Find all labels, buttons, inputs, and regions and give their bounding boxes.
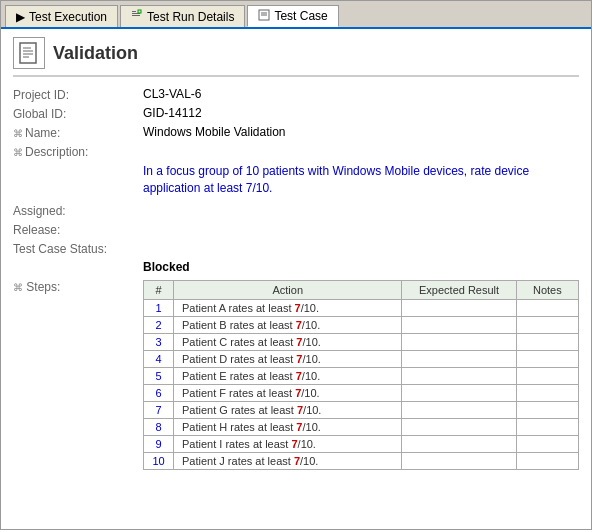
- step-action: Patient A rates at least 7/10.: [174, 299, 402, 316]
- table-header-row: # Action Expected Result Notes: [144, 280, 579, 299]
- step-expected: [402, 418, 516, 435]
- validation-icon: [13, 37, 45, 69]
- col-header-expected: Expected Result: [402, 280, 516, 299]
- table-row: 1Patient A rates at least 7/10.: [144, 299, 579, 316]
- step-expected: [402, 452, 516, 469]
- step-num: 5: [144, 367, 174, 384]
- svg-rect-7: [20, 43, 36, 63]
- release-label: Release:: [13, 222, 143, 237]
- step-action: Patient H rates at least 7/10.: [174, 418, 402, 435]
- step-num: 8: [144, 418, 174, 435]
- step-notes: [516, 350, 578, 367]
- description-label-row: ⌘Description:: [13, 144, 579, 159]
- step-action: Patient E rates at least 7/10.: [174, 367, 402, 384]
- svg-rect-2: [132, 15, 140, 16]
- step-notes: [516, 299, 578, 316]
- table-row: 9Patient I rates at least 7/10.: [144, 435, 579, 452]
- assigned-label: Assigned:: [13, 203, 143, 218]
- step-num: 10: [144, 452, 174, 469]
- table-row: 5Patient E rates at least 7/10.: [144, 367, 579, 384]
- svg-rect-0: [132, 11, 136, 12]
- step-expected: [402, 299, 516, 316]
- steps-table: # Action Expected Result Notes 1Patient …: [143, 280, 579, 470]
- tab-test-run-details[interactable]: Test Run Details: [120, 5, 245, 27]
- col-header-action: Action: [174, 280, 402, 299]
- description-icon: ⌘: [13, 147, 23, 158]
- status-value: Blocked: [143, 260, 579, 274]
- step-notes: [516, 316, 578, 333]
- step-num: 9: [144, 435, 174, 452]
- project-id-row: Project ID: CL3-VAL-6: [13, 87, 579, 102]
- status-row: Test Case Status:: [13, 241, 579, 256]
- step-action: Patient D rates at least 7/10.: [174, 350, 402, 367]
- global-id-label: Global ID:: [13, 106, 143, 121]
- col-header-notes: Notes: [516, 280, 578, 299]
- steps-icon: ⌘: [13, 282, 23, 293]
- test-case-icon: [258, 9, 270, 24]
- step-notes: [516, 384, 578, 401]
- table-row: 2Patient B rates at least 7/10.: [144, 316, 579, 333]
- step-expected: [402, 367, 516, 384]
- test-execution-icon: ▶: [16, 10, 25, 24]
- tab-test-run-details-label: Test Run Details: [147, 10, 234, 24]
- step-num: 3: [144, 333, 174, 350]
- step-action: Patient F rates at least 7/10.: [174, 384, 402, 401]
- tab-bar: ▶ Test Execution Test Run Details Test C…: [1, 1, 591, 29]
- name-value: Windows Mobile Validation: [143, 125, 286, 139]
- step-notes: [516, 418, 578, 435]
- status-label: Test Case Status:: [13, 241, 143, 256]
- col-header-num: #: [144, 280, 174, 299]
- tab-test-execution-label: Test Execution: [29, 10, 107, 24]
- step-num: 4: [144, 350, 174, 367]
- step-num: 7: [144, 401, 174, 418]
- table-row: 7Patient G rates at least 7/10.: [144, 401, 579, 418]
- test-run-details-icon: [131, 9, 143, 24]
- step-num: 2: [144, 316, 174, 333]
- global-id-value: GID-14112: [143, 106, 202, 120]
- step-num: 1: [144, 299, 174, 316]
- step-action: Patient J rates at least 7/10.: [174, 452, 402, 469]
- tab-test-case-label: Test Case: [274, 9, 327, 23]
- svg-rect-3: [138, 10, 141, 13]
- step-notes: [516, 401, 578, 418]
- step-notes: [516, 435, 578, 452]
- step-num: 6: [144, 384, 174, 401]
- description-value: In a focus group of 10 patients with Win…: [143, 163, 579, 197]
- page-title: Validation: [53, 43, 138, 64]
- global-id-row: Global ID: GID-14112: [13, 106, 579, 121]
- name-icon: ⌘: [13, 128, 23, 139]
- page-header: Validation: [13, 37, 579, 77]
- assigned-row: Assigned:: [13, 203, 579, 218]
- tab-test-execution[interactable]: ▶ Test Execution: [5, 5, 118, 27]
- step-action: Patient B rates at least 7/10.: [174, 316, 402, 333]
- release-row: Release:: [13, 222, 579, 237]
- step-notes: [516, 333, 578, 350]
- step-expected: [402, 384, 516, 401]
- description-label: ⌘Description:: [13, 144, 143, 159]
- step-expected: [402, 435, 516, 452]
- project-id-value: CL3-VAL-6: [143, 87, 201, 101]
- step-notes: [516, 452, 578, 469]
- name-label: ⌘Name:: [13, 125, 143, 140]
- step-action: Patient G rates at least 7/10.: [174, 401, 402, 418]
- name-row: ⌘Name: Windows Mobile Validation: [13, 125, 579, 140]
- table-row: 6Patient F rates at least 7/10.: [144, 384, 579, 401]
- step-expected: [402, 401, 516, 418]
- steps-label: ⌘ Steps:: [13, 280, 143, 294]
- table-row: 8Patient H rates at least 7/10.: [144, 418, 579, 435]
- step-expected: [402, 316, 516, 333]
- table-row: 10Patient J rates at least 7/10.: [144, 452, 579, 469]
- step-action: Patient I rates at least 7/10.: [174, 435, 402, 452]
- step-action: Patient C rates at least 7/10.: [174, 333, 402, 350]
- tab-test-case[interactable]: Test Case: [247, 5, 338, 27]
- content-area: Validation Project ID: CL3-VAL-6 Global …: [1, 29, 591, 478]
- table-row: 4Patient D rates at least 7/10.: [144, 350, 579, 367]
- step-expected: [402, 350, 516, 367]
- step-notes: [516, 367, 578, 384]
- step-expected: [402, 333, 516, 350]
- steps-row: ⌘ Steps: # Action Expected Result Notes …: [13, 280, 579, 470]
- table-row: 3Patient C rates at least 7/10.: [144, 333, 579, 350]
- project-id-label: Project ID:: [13, 87, 143, 102]
